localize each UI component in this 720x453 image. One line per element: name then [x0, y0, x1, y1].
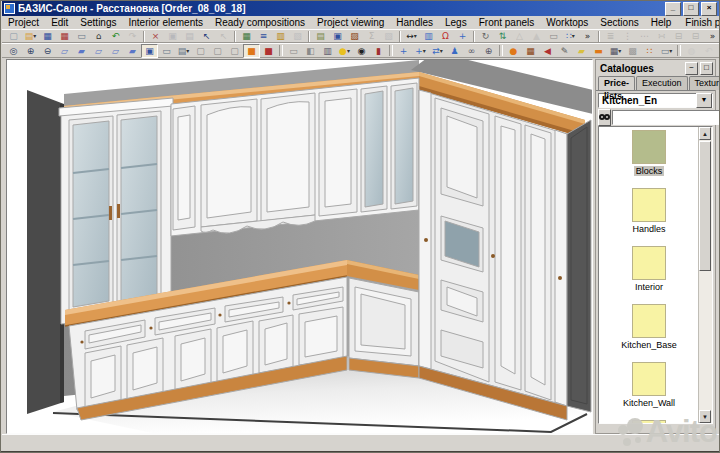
add-group-button[interactable]: +▾: [412, 44, 429, 58]
attach-icon: ⊕: [485, 45, 493, 57]
menu-item-handles[interactable]: Handles: [390, 17, 439, 28]
schedule-button[interactable]: ▦▾: [607, 44, 624, 58]
panel-minimize-button[interactable]: −: [685, 62, 698, 75]
tab-execution[interactable]: Execution: [636, 76, 688, 90]
menu-item-project[interactable]: Project: [2, 17, 45, 28]
pattern-button[interactable]: ▩: [624, 44, 641, 58]
select-pointer-button[interactable]: ↖: [198, 29, 215, 43]
catalogue-item-handles[interactable]: Handles: [599, 188, 699, 234]
catalogue-item-kitchen-base[interactable]: Kitchen_Base: [599, 304, 699, 350]
menu-item-project-viewing[interactable]: Project viewing: [311, 17, 390, 28]
sphere-material-button[interactable]: ●: [505, 44, 522, 58]
menu-item-ready-compositions[interactable]: Ready compositions: [209, 17, 311, 28]
view-back-button[interactable]: ▱: [107, 44, 124, 58]
structure-list-button[interactable]: ≡: [255, 29, 272, 43]
scroll-down-icon[interactable]: ▼: [699, 410, 711, 423]
pane-split-button[interactable]: ◧: [302, 44, 319, 58]
cabinet-button[interactable]: ▤: [312, 29, 329, 43]
pages-button[interactable]: ▥: [420, 29, 437, 43]
save-button[interactable]: ▦: [39, 29, 56, 43]
link-button[interactable]: ∞: [463, 44, 480, 58]
wire-cube-2-button[interactable]: ▢: [209, 44, 226, 58]
panel-settings-button[interactable]: ▭▾: [658, 44, 675, 58]
menu-item-settings[interactable]: Settings: [74, 17, 122, 28]
zoom-out-button[interactable]: ⊖: [39, 44, 56, 58]
red-cube-button[interactable]: ■: [260, 44, 277, 58]
stats-button[interactable]: ∷▾: [562, 29, 579, 43]
view-mode-button[interactable]: ▭: [158, 44, 175, 58]
zoom-in-button[interactable]: ⊕: [22, 44, 39, 58]
menu-item-edit[interactable]: Edit: [45, 17, 74, 28]
print-button[interactable]: ▭: [73, 29, 90, 43]
find-button[interactable]: [598, 109, 611, 126]
rotate-button[interactable]: ↻: [477, 29, 494, 43]
minimize-button[interactable]: _: [665, 2, 681, 16]
view-top-button[interactable]: ▱: [90, 44, 107, 58]
search-input[interactable]: [612, 110, 720, 125]
home-button[interactable]: ⌂: [90, 29, 107, 43]
materials-db-button[interactable]: ▥: [272, 29, 289, 43]
worktop-button[interactable]: ▬: [590, 44, 607, 58]
camera-button[interactable]: ▥: [319, 44, 336, 58]
replace-element-button[interactable]: ⇄▾: [429, 44, 446, 58]
view-3d-button[interactable]: ▣: [329, 29, 346, 43]
pencil-button[interactable]: ✎: [556, 44, 573, 58]
pane-single-button[interactable]: ▭: [285, 44, 302, 58]
menu-item-help[interactable]: Help: [645, 17, 678, 28]
maximize-button[interactable]: □: [683, 2, 699, 16]
open-project-button[interactable]: ▤▾: [22, 29, 39, 43]
tab-price-lists[interactable]: Price-lists: [598, 76, 635, 90]
catalogue-item-partial[interactable]: [599, 420, 699, 423]
undo-button[interactable]: ↶: [107, 29, 124, 43]
light-button[interactable]: ●▾: [336, 44, 353, 58]
attach-button[interactable]: ⊕: [480, 44, 497, 58]
material-column-button[interactable]: ▮: [370, 44, 387, 58]
catalogue-scrollbar[interactable]: ▲ ▼: [698, 127, 712, 423]
view-side-button[interactable]: ▰: [73, 44, 90, 58]
save-as-button[interactable]: ▦: [56, 29, 73, 43]
orange-cube-button[interactable]: ■: [243, 44, 260, 58]
menu-item-worktops[interactable]: Worktops: [540, 17, 594, 28]
new-document-button[interactable]: ▢: [5, 29, 22, 43]
menu-item-legs[interactable]: Legs: [439, 17, 473, 28]
snapshot-button[interactable]: ▭: [545, 29, 562, 43]
chevron-down-icon[interactable]: ▼: [696, 93, 712, 108]
move-button[interactable]: +: [454, 29, 471, 43]
more-tools-1-button[interactable]: »: [579, 29, 596, 43]
catalogue-item-blocks[interactable]: Blocks: [599, 130, 699, 176]
more-tools-2-button[interactable]: »: [704, 29, 720, 43]
mannequin-button[interactable]: ♟: [446, 44, 463, 58]
magnet-button[interactable]: Ω: [437, 29, 454, 43]
catalogue-item-interior[interactable]: Interior: [599, 246, 699, 292]
tab-textures[interactable]: Textures: [689, 76, 720, 90]
view-front-button[interactable]: ▱: [56, 44, 73, 58]
menu-item-front-panels[interactable]: Front panels: [473, 17, 541, 28]
table-button[interactable]: ▦: [238, 29, 255, 43]
menu-item-sections[interactable]: Sections: [594, 17, 644, 28]
wire-cube-1-button[interactable]: ▢: [192, 44, 209, 58]
add-element-button[interactable]: +: [395, 44, 412, 58]
scene-views-button[interactable]: ▤▾: [175, 44, 192, 58]
abacus-button[interactable]: ∷: [641, 44, 658, 58]
panel-close-button[interactable]: □: [700, 62, 713, 75]
view-iso-button[interactable]: ▰: [124, 44, 141, 58]
wire-cube-3-button[interactable]: ▢: [226, 44, 243, 58]
catalogue-item-kitchen-wall[interactable]: Kitchen_Wall: [599, 362, 699, 408]
sum-button: Σ: [363, 29, 380, 43]
eraser-button[interactable]: ▰: [573, 44, 590, 58]
menu-item-interior-elements[interactable]: Interior elements: [123, 17, 209, 28]
announce-button[interactable]: ◀: [539, 44, 556, 58]
dimensions-button[interactable]: ↔▾: [403, 29, 420, 43]
view-perspective-button[interactable]: ▣: [141, 44, 158, 58]
3d-viewport[interactable]: [6, 59, 593, 434]
delete-button[interactable]: ×: [147, 29, 164, 43]
scroll-up-icon[interactable]: ▲: [699, 127, 711, 140]
texture-table-button[interactable]: ▦: [522, 44, 539, 58]
scrollbar-thumb[interactable]: [699, 141, 711, 271]
cabinet-3d-button[interactable]: ▨: [346, 29, 363, 43]
close-button[interactable]: ×: [701, 2, 717, 16]
visibility-button[interactable]: ◉: [353, 44, 370, 58]
align-vertical-button[interactable]: ⇅: [494, 29, 511, 43]
finish-placement-button[interactable]: Finish placement: [677, 17, 720, 28]
zoom-window-button[interactable]: ◎: [5, 44, 22, 58]
